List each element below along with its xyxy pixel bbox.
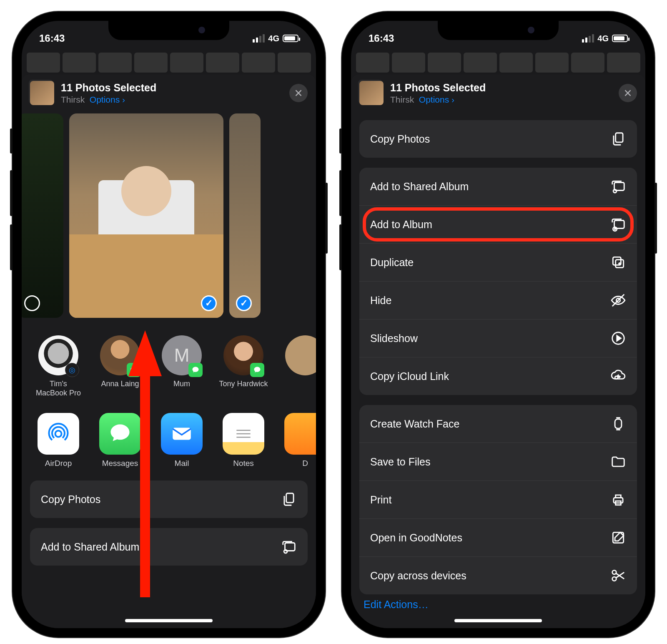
close-icon: [294, 89, 303, 97]
options-button[interactable]: Options ›: [419, 95, 454, 104]
svg-point-11: [613, 189, 617, 193]
status-time: 16:43: [39, 33, 65, 44]
background-thumbnails: [22, 50, 316, 75]
actions-list: Create Watch Face Save to Files Print: [359, 405, 637, 594]
shared-album-icon: [610, 179, 626, 194]
photo-item[interactable]: ✓: [69, 113, 223, 318]
photo-carousel[interactable]: ✓ ✓: [22, 112, 316, 325]
messages-badge-icon: [127, 363, 141, 377]
selection-circle[interactable]: [24, 295, 40, 311]
airdrop-icon: [38, 413, 79, 455]
svg-rect-9: [616, 133, 623, 142]
close-button[interactable]: [619, 84, 637, 102]
notch: [108, 21, 229, 40]
header-thumbnail: [359, 81, 384, 105]
action-add-shared-album[interactable]: Add to Shared Album: [359, 168, 637, 205]
copy-icon: [610, 131, 626, 147]
home-indicator[interactable]: [454, 619, 542, 622]
phone-right: 16:43 4G 11 Photos Selected Thirsk Optio…: [342, 12, 654, 637]
actions-list: Copy Photos: [30, 480, 308, 518]
network-label: 4G: [597, 34, 609, 43]
contact-anna[interactable]: Anna Laing: [95, 335, 145, 398]
action-hide[interactable]: Hide: [359, 281, 637, 319]
add-album-icon: [610, 216, 626, 232]
folder-icon: [610, 454, 626, 470]
play-icon: [610, 330, 626, 346]
share-sheet: 11 Photos Selected Thirsk Options › Copy…: [351, 74, 645, 628]
avatar-icon: [285, 335, 316, 375]
airdrop-contacts-row[interactable]: ◎ Tim's MacBook Pro Anna Laing M Mum: [22, 325, 316, 402]
action-copy-photos[interactable]: Copy Photos: [359, 120, 637, 158]
actions-list: Copy Photos: [359, 120, 637, 158]
status-time: 16:43: [369, 33, 394, 44]
selection-circle-checked[interactable]: ✓: [201, 295, 217, 311]
app-next[interactable]: D: [280, 413, 316, 468]
svg-rect-1: [173, 428, 191, 440]
action-open-goodnotes[interactable]: Open in GoodNotes: [359, 518, 637, 556]
app-messages[interactable]: Messages: [95, 413, 145, 468]
header-thumbnail: [30, 81, 54, 105]
app-notes[interactable]: Notes: [218, 413, 268, 468]
contact-mum[interactable]: M Mum: [157, 335, 207, 398]
airdrop-badge-icon: ◎: [65, 363, 79, 377]
notes-icon: [223, 413, 264, 455]
app-airdrop[interactable]: AirDrop: [33, 413, 83, 468]
svg-rect-19: [615, 419, 622, 428]
battery-icon: [612, 35, 628, 42]
sheet-title: 11 Photos Selected: [61, 82, 283, 94]
action-copy-photos[interactable]: Copy Photos: [30, 480, 308, 518]
hide-icon: [610, 292, 626, 308]
signal-icon: [582, 34, 594, 43]
background-thumbnails: [351, 50, 645, 75]
options-button[interactable]: Options ›: [90, 95, 125, 104]
photo-item[interactable]: [22, 113, 63, 318]
action-duplicate[interactable]: Duplicate: [359, 243, 637, 281]
apps-row[interactable]: AirDrop Messages Mail: [22, 402, 316, 472]
messages-badge-icon: [250, 363, 264, 377]
app-icon: [284, 413, 316, 455]
note-edit-icon: [610, 530, 626, 546]
action-create-watch-face[interactable]: Create Watch Face: [359, 405, 637, 443]
svg-point-7: [284, 550, 287, 553]
app-mail[interactable]: Mail: [157, 413, 207, 468]
action-slideshow[interactable]: Slideshow: [359, 319, 637, 357]
share-sheet: 11 Photos Selected Thirsk Options ›: [22, 74, 316, 628]
close-icon: [624, 89, 632, 97]
contact-macbook[interactable]: ◎ Tim's MacBook Pro: [33, 335, 83, 398]
duplicate-icon: [610, 254, 626, 270]
location-label: Thirsk: [61, 95, 85, 104]
notch: [438, 21, 559, 40]
action-copy-across-devices[interactable]: Copy across devices: [359, 556, 637, 594]
action-save-to-files[interactable]: Save to Files: [359, 443, 637, 480]
actions-list: Add to Shared Album: [30, 528, 308, 566]
shared-album-icon: [281, 539, 297, 555]
copy-icon: [281, 491, 297, 507]
printer-icon: [610, 492, 626, 508]
contact-more[interactable]: [280, 335, 316, 398]
svg-rect-5: [286, 493, 293, 503]
scissors-icon: [610, 568, 626, 584]
mail-icon: [161, 413, 203, 455]
home-indicator[interactable]: [125, 619, 213, 622]
watch-icon: [610, 416, 626, 432]
location-label: Thirsk: [390, 95, 414, 104]
phone-left: 16:43 4G 11 Photos Selected Thirsk Optio…: [13, 12, 325, 637]
svg-point-0: [55, 431, 62, 437]
contact-tony[interactable]: Tony Hardwick: [218, 335, 268, 398]
action-print[interactable]: Print: [359, 480, 637, 518]
network-label: 4G: [268, 34, 279, 43]
action-add-album[interactable]: Add to Album: [359, 205, 637, 243]
messages-icon: [99, 413, 141, 455]
sheet-title: 11 Photos Selected: [390, 82, 612, 94]
close-button[interactable]: [289, 84, 308, 102]
action-add-shared-album[interactable]: Add to Shared Album: [30, 528, 308, 566]
actions-list: Add to Shared Album Add to Album Dupl: [359, 168, 637, 395]
battery-icon: [283, 35, 298, 42]
action-copy-icloud-link[interactable]: Copy iCloud Link: [359, 357, 637, 395]
link-icon: [610, 368, 626, 384]
selection-circle-checked[interactable]: ✓: [236, 295, 252, 311]
signal-icon: [253, 34, 265, 43]
photo-item[interactable]: ✓: [229, 113, 261, 318]
messages-badge-icon: [188, 363, 203, 377]
